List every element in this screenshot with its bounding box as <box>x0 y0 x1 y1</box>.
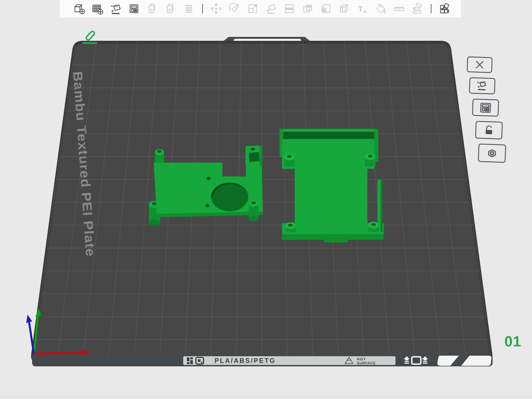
lock-plate-button[interactable] <box>475 121 503 139</box>
cut-button <box>338 2 351 15</box>
auto-orient-plate-button[interactable]: AUTO <box>469 77 495 94</box>
assemble-button[interactable] <box>438 2 451 15</box>
mesh-boolean-button <box>301 2 314 15</box>
auto-orient-button[interactable]: AUTO <box>109 2 122 15</box>
plate-number-label: 01 <box>504 333 521 349</box>
import-geometry-button: 0 <box>146 2 159 15</box>
build-plate-viewport[interactable]: Bambu Textured PEI Plate PLA/ABS/PETG <box>0 0 532 399</box>
scale-button <box>246 2 259 15</box>
split-to-parts-button <box>319 2 332 15</box>
import-project-button: P <box>164 2 177 15</box>
split-to-objects-button <box>283 2 296 15</box>
plate-material-label: PLA/ABS/PETG <box>214 357 276 364</box>
plate-settings-button[interactable] <box>478 144 506 163</box>
arrange-plate-button[interactable] <box>472 98 499 116</box>
object-list-button <box>182 2 195 15</box>
svg-text:T: T <box>358 5 363 13</box>
move-button <box>210 2 223 15</box>
slicer-prepare-screen: Bambu Textured PEI Plate PLA/ABS/PETG <box>0 0 532 399</box>
toolbar-separator <box>202 4 203 14</box>
assembly-view-button <box>411 2 424 15</box>
top-toolbar: AUTO 0 <box>60 0 461 17</box>
svg-text:P: P <box>169 8 171 12</box>
measure-button <box>393 2 406 15</box>
plate-front-band: PLA/ABS/PETG HOT SURFACE <box>32 355 493 366</box>
svg-text:a: a <box>363 9 366 14</box>
arrange-button[interactable] <box>128 2 140 15</box>
svg-text:0: 0 <box>150 8 152 12</box>
toolbar-separator <box>431 4 432 14</box>
window-bottom-divider <box>0 397 532 397</box>
add-plate-button[interactable] <box>91 2 104 15</box>
hot-surface-line1: HOT <box>357 357 366 361</box>
text-tool-button: T a <box>356 2 369 15</box>
delete-plate-button[interactable] <box>467 56 493 73</box>
add-model-button[interactable] <box>73 2 86 15</box>
paint-button <box>374 2 387 15</box>
hot-surface-line2: SURFACE <box>357 361 376 365</box>
lay-on-face-button <box>265 2 278 15</box>
axis-z-arrow <box>26 315 32 323</box>
rotate-button <box>228 2 241 15</box>
